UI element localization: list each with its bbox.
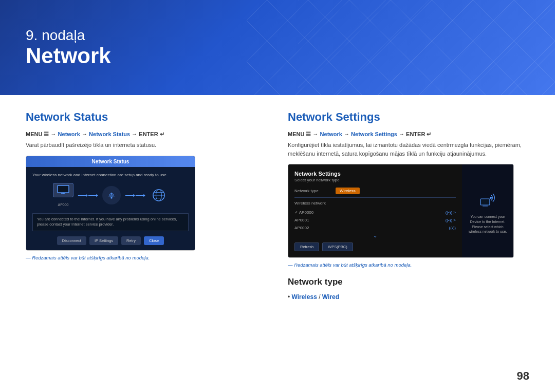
menu-network: Network [58,131,80,137]
ns-device-label: AP000 [58,203,68,207]
network-status-menu-path: MENU ☰ → Network → Network Status → ENTE… [26,131,267,138]
nset-wifi-signal-0: ((•)) > [446,210,456,215]
menu-arrow2-r: → [344,131,351,137]
nset-wps-btn[interactable]: WPS(PBC) [322,242,353,251]
ns-diagram: AP000 ⟶⟶ ⟶⟶ [32,183,189,208]
nset-note: ― Redzamais attēls var būt atšķirīgs atk… [288,262,529,268]
nset-refresh-btn[interactable]: Refresh [294,242,319,251]
nset-network-type-label: Network type [294,189,336,193]
nset-wifi-name-0: ✓ AP0000 [294,210,313,215]
nset-screen-body: Network Settings Select your network typ… [288,164,513,257]
nset-wifi-signal-1: ((•)) > [446,218,456,222]
left-column: Network Status MENU ☰ → Network → Networ… [26,110,267,382]
svg-rect-11 [480,199,490,205]
nset-side-panel: You can connect your Device to the Inter… [462,164,513,257]
nset-network-type-row: Network type Wireless [294,188,456,194]
ns-message2-text: You are connected to the Internet. If yo… [37,217,177,227]
network-settings-screen: Network Settings Select your network typ… [288,164,514,258]
ns-arrow2: ⟶⟶ [125,191,145,199]
chevron-down-icon: ⌄ [294,233,456,238]
ns-device-box: AP000 [53,183,73,208]
nset-screen-title: Network Settings [294,171,456,177]
svg-rect-1 [247,0,555,95]
menu-arrow2: → [82,131,89,137]
ns-title-text: Network Status [92,159,130,164]
nset-screen-subtitle: Select your network type [294,178,456,182]
ns-disconnect-btn[interactable]: Disconnect [57,236,86,245]
svg-point-5 [110,197,112,199]
nset-main-panel: Network Settings Select your network typ… [288,164,462,257]
network-settings-description: Konfigurējiet tīkla iestatījumus, lai iz… [288,141,529,158]
menu-icon: ☰ [44,131,49,137]
menu-network-settings: Network Settings [351,131,397,137]
network-type-heading: Network type [288,277,529,287]
nset-wifi-name-1: AP0001 [294,218,309,222]
ns-ip-settings-btn[interactable]: IP Settings [89,236,118,245]
svg-point-13 [490,197,492,199]
nset-wireless-label: Wireless network [294,201,456,206]
nset-side-description: You can connect your Device to the Inter… [466,214,509,234]
nset-divider [294,197,456,198]
menu-prefix: MENU [26,131,44,137]
menu-arrow-r: → [313,131,320,137]
ns-message1: Your wireless network and Internet conne… [32,172,189,178]
menu-enter: → ENTER ↵ [132,131,164,137]
network-settings-menu-path: MENU ☰ → Network → Network Settings → EN… [288,131,529,138]
network-type-list: Wireless / Wired [288,292,529,302]
nset-wifi-item-0: ✓ AP0000 ((•)) > [294,209,456,216]
menu-network-status: Network Status [89,131,130,137]
header-banner: 9. nodaļa Network [0,0,555,95]
network-status-description: Varat pārbaudīt pašreizējo tīkla un inte… [26,141,267,150]
ns-arrow1: ⟶⟶ [78,191,98,199]
network-status-heading: Network Status [26,110,267,124]
nset-wifi-item-1: AP0001 ((•)) > [294,216,456,224]
nset-bottom-buttons: Refresh WPS(PBC) [294,242,456,251]
separator: / [319,293,322,301]
network-status-screen: Network Status Your wireless network and… [26,156,195,251]
chapter-label: 9. nodaļa [26,27,111,44]
page-number: 98 [517,369,529,383]
right-column: Network Settings MENU ☰ → Network → Netw… [288,110,529,382]
ns-screen-body: Network Status Your wireless network and… [26,156,195,250]
nset-network-type-value: Wireless [336,188,360,194]
ns-buttons: Disconnect IP Settings Retry Close [32,236,189,245]
main-content: Network Status MENU ☰ → Network → Networ… [0,95,555,392]
ns-tv-icon [53,183,73,197]
ns-router-icon [102,186,121,204]
menu-icon-r: ☰ [306,131,311,137]
menu-network-r: Network [320,131,342,137]
network-type-item: Wireless / Wired [288,292,529,302]
ns-bottom-message: You are connected to the Internet. If yo… [32,213,189,231]
ns-title-bar: Network Status [26,156,195,167]
ns-globe-icon [150,186,168,204]
page-title: Network [26,44,111,68]
ns-body: Your wireless network and Internet conne… [26,167,195,250]
nset-wifi-name-2: AP0002 [294,226,309,230]
menu-arrow: → [51,131,58,137]
nset-wifi-item-2: AP0002 ((•)) [294,224,456,232]
menu-prefix-r: MENU [288,131,306,137]
wireless-label: Wireless [292,293,317,301]
nset-wifi-signal-2: ((•)) [449,226,456,230]
nset-side-icon [477,188,498,210]
svg-rect-2 [58,185,69,193]
ns-close-btn[interactable]: Close [144,236,164,245]
nset-container: Network Settings Select your network typ… [288,164,513,257]
wired-label: Wired [322,293,339,301]
header-text: 9. nodaļa Network [26,27,111,68]
menu-enter-r: → ENTER ↵ [399,131,431,137]
network-settings-heading: Network Settings [288,110,529,124]
ns-note: ― Redzamais attēls var būt atšķirīgs atk… [26,255,267,260]
ns-retry-btn[interactable]: Retry [121,236,141,245]
diamond-pattern [247,0,555,95]
